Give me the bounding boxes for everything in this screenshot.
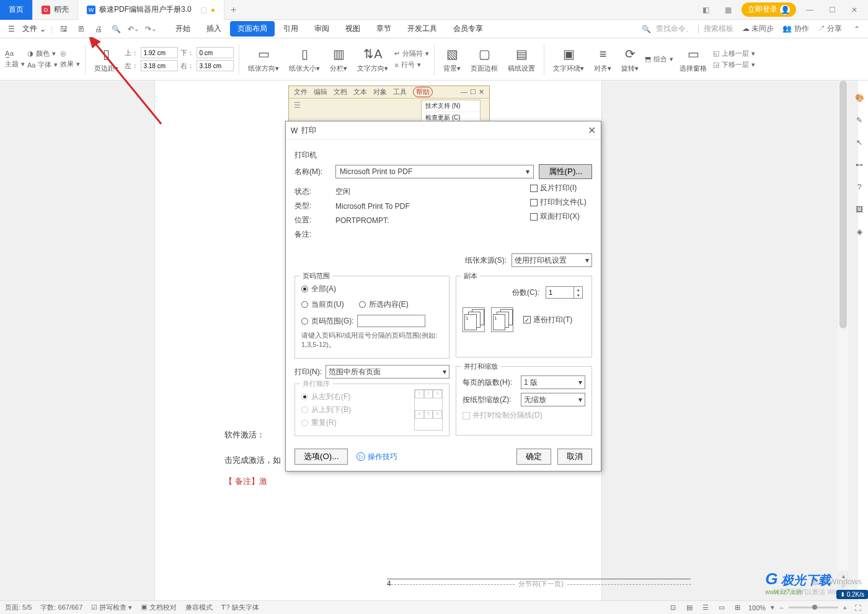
textdir-button[interactable]: ⇅A文字方向▾ bbox=[353, 45, 392, 73]
paper-source-select[interactable]: 使用打印机设置▾ bbox=[512, 253, 592, 267]
menu-页面布局[interactable]: 页面布局 bbox=[230, 21, 275, 37]
cancel-button[interactable]: 取消 bbox=[557, 449, 592, 465]
ok-button[interactable]: 确定 bbox=[516, 449, 551, 465]
rotate-button[interactable]: ⟳旋转▾ bbox=[618, 45, 642, 73]
group-button[interactable]: ⬒ 组合▾ bbox=[645, 55, 673, 64]
range-selection-radio[interactable]: 所选内容(E) bbox=[359, 299, 409, 310]
tool-style-icon[interactable]: 🎨 bbox=[848, 87, 868, 109]
zoom-level[interactable]: 100% bbox=[748, 604, 766, 612]
papersize-button[interactable]: ▯纸张大小▾ bbox=[285, 45, 324, 73]
view-read-icon[interactable]: ▭ bbox=[716, 602, 727, 613]
tab-home[interactable]: 首页 bbox=[0, 0, 33, 20]
save-icon[interactable]: 🖫 bbox=[58, 23, 70, 35]
sendback-button[interactable]: ◲ 下移一层▾ bbox=[713, 60, 755, 69]
zoom-out-icon[interactable]: − bbox=[779, 604, 783, 612]
preview-icon[interactable]: 🔍 bbox=[110, 23, 122, 35]
missing-font[interactable]: Ƭ? 缺失字体 bbox=[221, 603, 259, 612]
page-range-input[interactable] bbox=[357, 315, 425, 327]
search-placeholder-2[interactable]: 搜索模板 bbox=[704, 24, 733, 34]
menu-视图[interactable]: 视图 bbox=[338, 21, 368, 37]
close-button[interactable]: ✕ bbox=[846, 1, 863, 19]
theme-text-icon[interactable]: A̲a bbox=[5, 50, 14, 58]
wrap-button[interactable]: ▣文字环绕▾ bbox=[549, 45, 588, 73]
search-placeholder-1[interactable]: 查找命令、 bbox=[656, 24, 693, 34]
tool-settings-icon[interactable]: ⊷ bbox=[848, 154, 868, 176]
undo-icon[interactable]: ↶⌄ bbox=[127, 23, 140, 35]
tips-link[interactable]: ▷操作技巧 bbox=[356, 452, 397, 462]
menu-会员专享[interactable]: 会员专享 bbox=[446, 21, 490, 37]
view-print-icon[interactable]: ▤ bbox=[684, 602, 695, 613]
reverse-print-checkbox[interactable]: 反片打印(I) bbox=[530, 183, 587, 193]
print-pages-select[interactable]: 范围中所有页面▾ bbox=[326, 365, 450, 379]
background-button[interactable]: ▧背景▾ bbox=[440, 45, 464, 73]
zoom-in-icon[interactable]: + bbox=[843, 604, 847, 612]
share-button[interactable]: ↗ 分享 bbox=[818, 24, 842, 34]
more-icon[interactable]: ⌃ bbox=[851, 23, 863, 35]
pageborder-button[interactable]: ▢页面边框 bbox=[467, 45, 502, 73]
color-button[interactable]: ◑颜色▾ bbox=[27, 49, 58, 58]
manuscript-button[interactable]: ▤稿纸设置 bbox=[504, 45, 539, 73]
menu-引用[interactable]: 引用 bbox=[276, 21, 306, 37]
fullscreen-icon[interactable]: ⛶ bbox=[852, 602, 863, 613]
properties-button[interactable]: 属性(P)... bbox=[539, 164, 592, 179]
proofread-button[interactable]: ▣ 文档校对 bbox=[141, 603, 177, 612]
menu-开始[interactable]: 开始 bbox=[168, 21, 198, 37]
search-icon[interactable]: 🔍 bbox=[642, 25, 651, 33]
export-icon[interactable]: 🖹 bbox=[75, 23, 87, 35]
printer-select[interactable]: Microsoft Print to PDF▾ bbox=[335, 165, 534, 178]
menu-插入[interactable]: 插入 bbox=[199, 21, 229, 37]
margin-right-input[interactable] bbox=[197, 60, 234, 71]
fitwidth-icon[interactable]: ⊞ bbox=[732, 602, 743, 613]
tool-select-icon[interactable]: ↖ bbox=[848, 131, 868, 154]
hamburger-icon[interactable]: ☰ bbox=[5, 23, 17, 35]
collate-checkbox[interactable]: 逐份打印(T) bbox=[523, 315, 572, 325]
margin-top-input[interactable] bbox=[141, 47, 178, 58]
view-outline-icon[interactable]: ☰ bbox=[700, 602, 711, 613]
tool-tag-icon[interactable]: ◈ bbox=[848, 221, 868, 243]
range-all-radio[interactable]: 全部(A) bbox=[301, 284, 443, 294]
pages-per-sheet-select[interactable]: 1 版▾ bbox=[521, 375, 585, 389]
options-button[interactable]: 选项(O)... bbox=[294, 449, 348, 465]
layout-icon[interactable]: ◧ bbox=[697, 1, 714, 19]
compat-mode[interactable]: 兼容模式 bbox=[185, 603, 213, 612]
range-current-radio[interactable]: 当前页(U) bbox=[301, 299, 344, 310]
apps-icon[interactable]: ▦ bbox=[719, 1, 737, 19]
breaks-button[interactable]: ↵ 分隔符▾ bbox=[394, 49, 429, 58]
tab-document[interactable]: W 极速PDF编辑器用户手册3.0 ▢ ● bbox=[78, 0, 224, 20]
file-menu[interactable]: 文件⌄ bbox=[17, 24, 51, 34]
effect-button[interactable]: 效果▾ bbox=[60, 59, 80, 69]
scale-select[interactable]: 无缩放▾ bbox=[521, 393, 585, 406]
menu-开发工具[interactable]: 开发工具 bbox=[400, 21, 445, 37]
effect-icon[interactable]: ◎ bbox=[60, 50, 80, 58]
sync-status[interactable]: ☁ 未同步 bbox=[742, 24, 774, 34]
new-tab-button[interactable]: + bbox=[224, 4, 242, 15]
spellcheck-toggle[interactable]: ☑ 拼写检查 ▾ bbox=[91, 603, 132, 612]
align-button[interactable]: ≡对齐▾ bbox=[590, 45, 615, 73]
linenum-button[interactable]: ≡ 行号▾ bbox=[394, 60, 429, 69]
word-count[interactable]: 字数: 667/667 bbox=[40, 603, 82, 612]
orientation-button[interactable]: ▭纸张方向▾ bbox=[244, 45, 283, 73]
tool-highlight-icon[interactable]: ✎ bbox=[848, 109, 868, 131]
close-icon[interactable]: ✕ bbox=[588, 125, 596, 136]
print-icon[interactable]: 🖨 bbox=[92, 23, 105, 35]
theme-button[interactable]: 主题 bbox=[5, 59, 19, 69]
margin-left-input[interactable] bbox=[141, 60, 178, 71]
tool-image-icon[interactable]: 🖼 bbox=[848, 198, 868, 221]
font-button[interactable]: Aa 字体▾ bbox=[27, 60, 58, 69]
selpane-button[interactable]: ▭选择窗格 bbox=[676, 45, 711, 73]
tab-menu-icon[interactable]: ▢ bbox=[200, 6, 207, 14]
range-pages-radio[interactable]: 页码范围(G): bbox=[301, 315, 443, 327]
print-to-file-checkbox[interactable]: 打印到文件(L) bbox=[530, 197, 587, 208]
scrollbar-thumb[interactable] bbox=[839, 81, 847, 328]
zoom-slider[interactable] bbox=[789, 607, 838, 608]
tool-help-icon[interactable]: ? bbox=[848, 176, 868, 198]
view-web-icon[interactable]: ⊡ bbox=[668, 602, 679, 613]
maximize-button[interactable]: ☐ bbox=[823, 1, 841, 19]
margin-bottom-input[interactable] bbox=[197, 47, 234, 58]
collab-button[interactable]: 👥 协作 bbox=[782, 24, 808, 34]
redo-icon[interactable]: ↷⌄ bbox=[144, 23, 157, 35]
menu-审阅[interactable]: 审阅 bbox=[307, 21, 337, 37]
page-indicator[interactable]: 页面: 5/5 bbox=[5, 603, 32, 612]
tab-daoke[interactable]: D稻壳 bbox=[33, 0, 78, 20]
login-button[interactable]: 立即登录👤 bbox=[742, 2, 796, 17]
